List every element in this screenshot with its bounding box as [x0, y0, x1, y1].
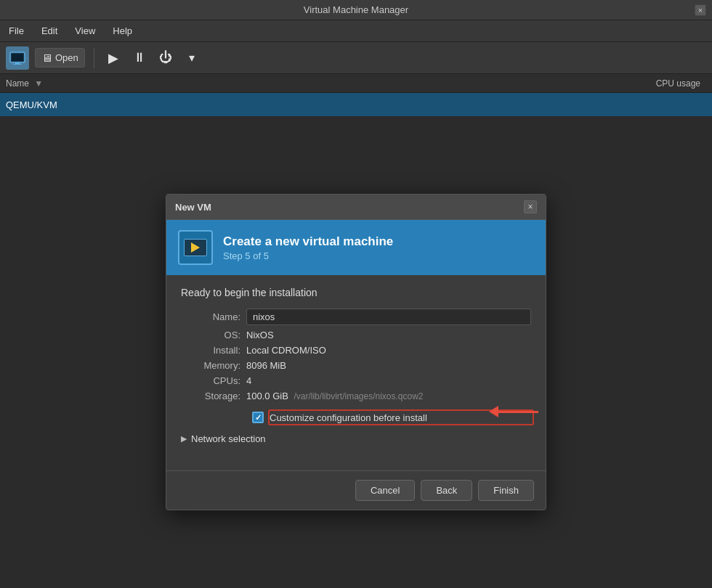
col-cpu-header: CPU usage	[619, 78, 706, 89]
menu-help[interactable]: Help	[110, 24, 135, 38]
svg-rect-3	[13, 64, 22, 65]
os-row: OS: NixOS	[181, 330, 531, 340]
step-text: Create a new virtual machine Step 5 of 5	[223, 234, 534, 261]
new-vm-dialog: New VM × Create a new virtual machine St…	[166, 194, 546, 510]
step-icon	[178, 230, 213, 265]
dialog-title: New VM	[175, 202, 211, 213]
svg-rect-1	[12, 54, 23, 61]
title-bar: Virtual Machine Manager ×	[0, 0, 712, 20]
dialog-title-bar: New VM ×	[166, 195, 546, 220]
info-table: Name: nixos OS: NixOS Install: Local CDR…	[181, 309, 531, 401]
svg-rect-2	[15, 62, 20, 64]
checkbox-container: ✓ Customize configuration before install	[181, 412, 531, 423]
back-button[interactable]: Back	[421, 480, 472, 501]
dropdown-button[interactable]: ▾	[182, 48, 202, 68]
toolbar: 🖥 Open ▶ ⏸ ⏻ ▾	[0, 42, 712, 74]
dialog-body: Ready to begin the installation Name: ni…	[166, 275, 546, 470]
os-label: OS:	[181, 330, 246, 340]
install-value: Local CDROM/ISO	[246, 345, 531, 356]
finish-button[interactable]: Finish	[478, 480, 534, 501]
network-expand-icon: ▶	[181, 434, 187, 444]
menu-file[interactable]: File	[6, 24, 27, 38]
red-arrow	[489, 406, 538, 417]
storage-path: /var/lib/libvirt/images/nixos.qcow2	[294, 391, 423, 401]
play-icon	[191, 242, 200, 253]
checkmark-icon: ✓	[255, 413, 262, 422]
customize-label[interactable]: Customize configuration before install	[270, 412, 427, 423]
ready-text: Ready to begin the installation	[181, 287, 531, 298]
monitor-icon: 🖥	[41, 52, 52, 64]
main-area: New VM × Create a new virtual machine St…	[0, 116, 712, 588]
cancel-button[interactable]: Cancel	[355, 480, 415, 501]
arrow-line	[498, 411, 538, 413]
storage-label: Storage:	[181, 391, 246, 401]
cpus-value: 4	[246, 375, 531, 386]
menu-bar: File Edit View Help	[0, 20, 712, 42]
step-header: Create a new virtual machine Step 5 of 5	[166, 220, 546, 275]
cpus-row: CPUs: 4	[181, 375, 531, 386]
name-row: Name: nixos	[181, 309, 531, 325]
network-section[interactable]: ▶ Network selection	[181, 433, 531, 444]
os-value: NixOS	[246, 330, 531, 340]
step-subtitle: Step 5 of 5	[223, 250, 534, 261]
vm-list-item[interactable]: QEMU/KVM	[0, 93, 712, 116]
name-label: Name:	[181, 311, 246, 322]
window-title: Virtual Machine Manager	[304, 4, 408, 15]
dialog-close-button[interactable]: ×	[524, 200, 537, 213]
pause-button[interactable]: ⏸	[129, 48, 150, 68]
dialog-footer: Cancel Back Finish	[166, 470, 546, 510]
customize-checkbox[interactable]: ✓	[252, 412, 264, 423]
install-row: Install: Local CDROM/ISO	[181, 345, 531, 356]
install-label: Install:	[181, 345, 246, 356]
menu-view[interactable]: View	[72, 24, 98, 38]
network-label: Network selection	[191, 433, 266, 444]
step-icon-inner	[184, 239, 207, 256]
cpus-label: CPUs:	[181, 375, 246, 386]
name-value[interactable]: nixos	[246, 309, 531, 325]
col-name-header: Name ▼	[6, 78, 619, 89]
column-header: Name ▼ CPU usage	[0, 74, 712, 93]
memory-value: 8096 MiB	[246, 360, 531, 371]
play-button[interactable]: ▶	[103, 48, 124, 68]
power-button[interactable]: ⏻	[155, 48, 176, 68]
menu-edit[interactable]: Edit	[39, 24, 60, 38]
storage-value: 100.0 GiB /var/lib/libvirt/images/nixos.…	[246, 391, 531, 401]
step-title: Create a new virtual machine	[223, 234, 534, 249]
sort-arrow-icon: ▼	[34, 78, 43, 89]
separator	[94, 48, 94, 68]
memory-label: Memory:	[181, 360, 246, 371]
dialog-overlay: New VM × Create a new virtual machine St…	[0, 116, 712, 588]
window-close-button[interactable]: ×	[695, 4, 706, 16]
vm-icon	[6, 46, 29, 70]
storage-row: Storage: 100.0 GiB /var/lib/libvirt/imag…	[181, 391, 531, 401]
open-button[interactable]: 🖥 Open	[35, 48, 85, 68]
memory-row: Memory: 8096 MiB	[181, 360, 531, 371]
arrow-head-icon	[489, 406, 498, 417]
